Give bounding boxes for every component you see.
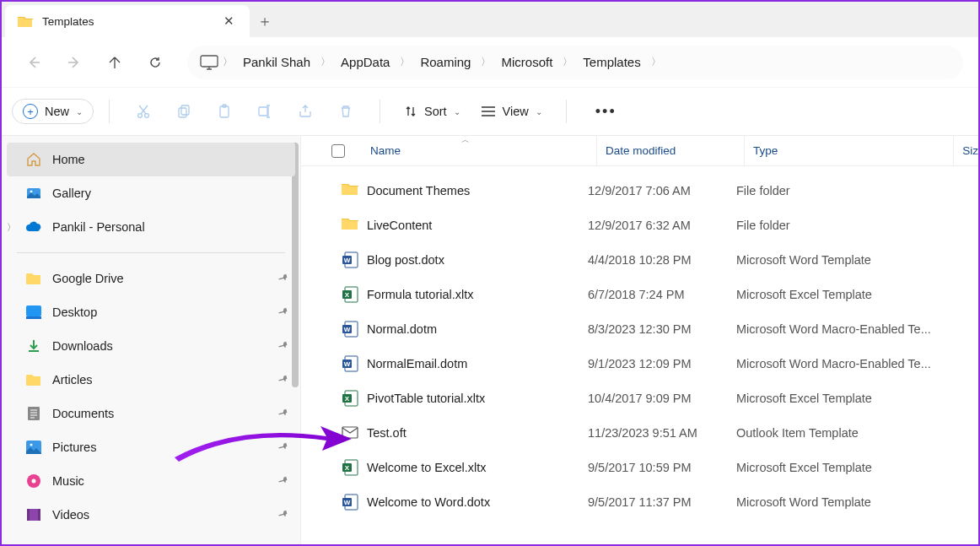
column-date[interactable]: Date modified <box>596 136 744 165</box>
delete-icon[interactable] <box>327 95 364 128</box>
bc-segment[interactable]: Microsoft <box>491 55 563 69</box>
svg-rect-12 <box>28 407 40 420</box>
sidebar-label: Documents <box>52 407 114 420</box>
file-name: Normal.dotm <box>367 322 437 336</box>
bc-segment[interactable]: AppData <box>331 55 400 69</box>
bc-segment[interactable]: Roaming <box>410 55 481 69</box>
file-type: Microsoft Word Macro-Enabled Te... <box>728 322 939 336</box>
column-size[interactable]: Siz <box>953 136 978 165</box>
chevron-down-icon: ⌄ <box>76 107 83 116</box>
folder-icon <box>342 182 358 198</box>
new-button[interactable]: + New ⌄ <box>12 99 94 124</box>
nav-row: 〉 Pankil Shah 〉 AppData 〉 Roaming 〉 Micr… <box>2 37 978 88</box>
forward-button[interactable] <box>57 46 91 79</box>
sidebar-item-gallery[interactable]: Gallery <box>2 176 300 210</box>
file-name: Document Themes <box>367 184 470 197</box>
sidebar-item-articles[interactable]: Articles <box>2 363 300 397</box>
sidebar-label: Downloads <box>52 339 113 353</box>
file-row[interactable]: LiveContent 12/9/2017 6:32 AM File folde… <box>301 208 978 242</box>
column-headers: ︿ Name Date modified Type Siz <box>301 136 978 166</box>
svg-rect-10 <box>26 305 41 316</box>
sort-button[interactable]: Sort ⌄ <box>396 105 469 118</box>
onedrive-icon <box>25 219 42 235</box>
folder-icon <box>25 405 42 422</box>
file-date: 12/9/2017 6:32 AM <box>579 219 728 232</box>
file-row[interactable]: WNormal.dotm 8/3/2023 12:30 PM Microsoft… <box>301 311 978 346</box>
column-type[interactable]: Type <box>744 136 953 165</box>
sidebar-item-downloads[interactable]: Downloads <box>2 329 300 363</box>
file-row[interactable]: XWelcome to Excel.xltx 9/5/2017 10:59 PM… <box>301 450 978 484</box>
more-button[interactable]: ••• <box>582 103 630 121</box>
file-date: 4/4/2018 10:28 PM <box>579 253 728 267</box>
sidebar-item-music[interactable]: Music <box>2 464 300 498</box>
file-name: Formula tutorial.xltx <box>367 288 474 301</box>
file-row[interactable]: XFormula tutorial.xltx 6/7/2018 7:24 PM … <box>301 277 978 311</box>
cut-icon[interactable] <box>125 95 162 128</box>
svg-text:W: W <box>344 499 351 506</box>
file-row[interactable]: WWelcome to Word.dotx 9/5/2017 11:37 PM … <box>301 484 978 519</box>
sidebar-item-desktop[interactable]: Desktop <box>2 295 300 329</box>
view-label: View <box>503 105 529 118</box>
excel-icon: X <box>342 286 358 303</box>
file-row[interactable]: XPivotTable tutorial.xltx 10/4/2017 9:09… <box>301 381 978 415</box>
back-button[interactable] <box>17 46 51 79</box>
home-icon <box>25 151 42 168</box>
file-row[interactable]: Document Themes 12/9/2017 7:06 AM File f… <box>301 173 978 208</box>
chevron-right-icon: 〉 <box>563 55 573 69</box>
svg-rect-5 <box>220 106 229 117</box>
svg-rect-11 <box>26 316 41 319</box>
file-row[interactable]: WBlog post.dotx 4/4/2018 10:28 PM Micros… <box>301 242 978 277</box>
sidebar-item-videos[interactable]: Videos <box>2 498 300 532</box>
file-type: Microsoft Excel Template <box>728 392 939 405</box>
up-button[interactable] <box>98 46 132 79</box>
sort-icon <box>404 105 417 118</box>
select-all-checkbox[interactable] <box>331 144 345 158</box>
sidebar-item-pictures[interactable]: Pictures <box>2 430 300 464</box>
file-type: File folder <box>728 219 939 232</box>
tab-templates[interactable]: Templates ✕ <box>5 5 250 37</box>
file-type: Microsoft Word Template <box>728 253 939 267</box>
share-icon[interactable] <box>287 95 324 128</box>
close-icon[interactable]: ✕ <box>220 10 238 32</box>
file-row[interactable]: WNormalEmail.dotm 9/1/2023 12:09 PM Micr… <box>301 346 978 381</box>
copy-icon[interactable] <box>165 95 202 128</box>
file-row[interactable]: Test.oft 11/23/2023 9:51 AM Outlook Item… <box>301 415 978 450</box>
pin-icon <box>276 440 291 456</box>
sidebar-label: Gallery <box>52 187 91 200</box>
separator <box>566 100 567 123</box>
new-tab-button[interactable]: ＋ <box>250 5 280 37</box>
file-name: NormalEmail.dotm <box>367 357 467 370</box>
breadcrumb[interactable]: 〉 Pankil Shah 〉 AppData 〉 Roaming 〉 Micr… <box>187 46 963 79</box>
folder-icon <box>25 338 42 354</box>
sidebar-label: Articles <box>52 373 93 387</box>
svg-text:W: W <box>344 360 351 368</box>
refresh-button[interactable] <box>138 46 172 79</box>
file-date: 9/5/2017 11:37 PM <box>579 495 728 509</box>
chevron-right-icon[interactable]: 〉 <box>7 221 16 234</box>
svg-rect-0 <box>201 56 218 67</box>
folder-icon <box>25 270 42 287</box>
bc-segment[interactable]: Templates <box>573 55 650 69</box>
this-pc-icon <box>199 54 219 71</box>
bc-segment[interactable]: Pankil Shah <box>233 55 320 69</box>
rename-icon[interactable] <box>246 95 283 128</box>
svg-text:X: X <box>345 464 350 472</box>
pin-icon <box>276 338 291 354</box>
divider <box>17 252 285 253</box>
view-icon <box>481 105 496 117</box>
column-name[interactable]: Name <box>345 144 596 157</box>
sidebar-item-google-drive[interactable]: Google Drive <box>2 262 300 295</box>
paste-icon[interactable] <box>206 95 243 128</box>
separator <box>109 100 110 123</box>
sidebar-label: Music <box>52 474 84 488</box>
file-type: File folder <box>728 184 939 197</box>
pin-icon <box>276 305 291 321</box>
sidebar-item-documents[interactable]: Documents <box>2 397 300 430</box>
excel-icon: X <box>342 390 358 407</box>
chevron-right-icon: 〉 <box>400 55 410 69</box>
sidebar-item-onedrive[interactable]: 〉 Pankil - Personal <box>2 210 300 244</box>
sidebar-item-home[interactable]: Home <box>7 143 295 176</box>
file-type: Microsoft Excel Template <box>728 288 939 301</box>
view-button[interactable]: View ⌄ <box>472 105 551 118</box>
chevron-right-icon: 〉 <box>223 55 233 69</box>
